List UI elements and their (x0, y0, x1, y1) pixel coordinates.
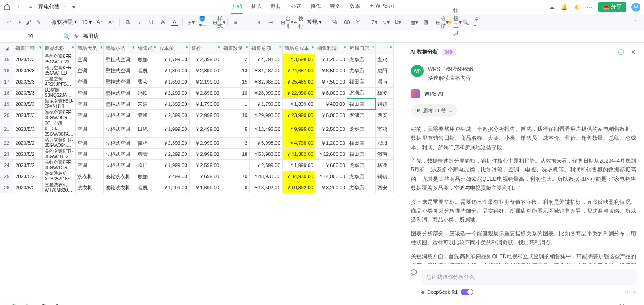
add-sheet-icon[interactable]: ＋ (73, 303, 80, 305)
cell[interactable]: ￥1,799.00 (250, 99, 283, 110)
cell-ref[interactable]: L19 (0, 30, 58, 42)
row-num[interactable]: 17 (0, 76, 13, 88)
cell[interactable]: 空调 (76, 99, 104, 110)
cell[interactable]: ￥2,399.00 (189, 54, 221, 65)
cell[interactable]: 咸阳 (375, 65, 393, 76)
cell[interactable]: ￥9,995.00 (282, 121, 315, 138)
cell[interactable]: ￥32,985.00 (250, 76, 283, 88)
cell[interactable]: 空调 (76, 160, 104, 171)
cell[interactable]: 三星洗衣机WT70M3200JP (42, 182, 76, 193)
cell[interactable]: ￥1,999.00 (282, 160, 315, 171)
paint-icon[interactable]: 🖌 (25, 19, 32, 26)
menu-tab-ai[interactable]: ✦ WPS AI (369, 0, 395, 14)
menu-tab-插入[interactable]: 插入 (250, 0, 263, 14)
border-icon[interactable]: ⊞▾ (187, 19, 195, 26)
cell[interactable]: ￥41,382.00 (282, 149, 315, 160)
cell[interactable]: ￥1,200.00 (315, 138, 347, 149)
cell[interactable]: 壁挂式空调 (104, 76, 136, 88)
cell[interactable]: ￥3,598.00 (282, 54, 315, 65)
col-header[interactable]: 售价▾ (189, 43, 221, 54)
zoom-cell-icon[interactable]: 🔍 (63, 33, 70, 40)
history-icon[interactable]: 🕘 (617, 49, 624, 56)
cell[interactable]: 空调 (76, 65, 104, 76)
menu-icon[interactable]: ≡ (27, 4, 34, 11)
cell[interactable]: 立柜式空调 (104, 138, 136, 149)
cell[interactable]: 波轮洗衣机 (104, 171, 136, 182)
cell[interactable]: 海尔空调HSU-09VNH18 (42, 99, 76, 110)
merge-button[interactable]: ⊟合并▾ (284, 19, 291, 26)
cell[interactable]: ￥1,999.00 (157, 160, 189, 171)
row-num[interactable]: 25 (0, 171, 13, 182)
cell[interactable]: 田晓 (136, 121, 157, 138)
cell[interactable]: ￥4,798.00 (282, 138, 315, 149)
settings-icon[interactable]: ◉ (631, 303, 639, 305)
cell[interactable]: 2023/5/3 (13, 54, 42, 65)
row-num[interactable]: 18 (0, 88, 13, 99)
model-toggle[interactable] (461, 289, 473, 295)
row-num[interactable]: 21 (0, 121, 13, 138)
cell[interactable]: 福田店 (347, 76, 375, 88)
cell[interactable]: ￥600.00 (315, 160, 347, 171)
currency-icon[interactable]: ¥ (354, 19, 361, 26)
cell[interactable]: 立柜式空调 (104, 110, 136, 121)
cell[interactable]: 龙华店 (347, 121, 375, 138)
col-header[interactable]: 销售利润▾ (315, 43, 347, 54)
cell[interactable]: 赖娜 (136, 54, 157, 65)
cell[interactable]: ￥2,999.00 (189, 138, 221, 149)
cell[interactable]: 空调 (76, 110, 104, 121)
doc-dropdown-icon[interactable]: ▾ (70, 4, 77, 11)
cell[interactable]: ￥1,999.00 (157, 121, 189, 138)
cell[interactable]: ￥2,599.00 (189, 160, 221, 171)
filter-icon[interactable]: ▾ (312, 45, 314, 50)
cell[interactable]: ￥2,499.00 (189, 121, 221, 138)
cell[interactable]: 2023/5/2 (13, 160, 42, 171)
cell[interactable]: ￥6,000.00 (315, 88, 347, 99)
cell[interactable]: 格力空调KFR-35GW/FLD (42, 65, 76, 76)
cell[interactable]: 孟阳 (136, 160, 157, 171)
indent-icon[interactable]: ⇥ (267, 19, 274, 26)
quick-button[interactable]: ⚡快捷工具▾ (450, 19, 458, 26)
cell[interactable]: 壁挂式空调 (104, 99, 136, 110)
cell[interactable]: 福田店 (347, 99, 375, 110)
cell[interactable]: 立柜式空调 (104, 160, 136, 171)
cell[interactable]: ￥13,592.00 (250, 182, 283, 193)
cell[interactable]: 立柜式空调 (104, 121, 136, 138)
cell[interactable]: 程凯 (136, 65, 157, 76)
cell[interactable]: ￥699.00 (189, 171, 221, 182)
menu-tab-视图[interactable]: 视图 (329, 0, 342, 14)
filter-icon[interactable]: ▾ (246, 45, 248, 50)
decimal-icon[interactable]: .00 (343, 19, 350, 26)
cell[interactable]: 龙华店 (347, 160, 375, 171)
avatar[interactable]: W (631, 3, 640, 12)
menu-tab-开始[interactable]: 开始 (231, 0, 243, 14)
filter-icon[interactable]: ▾ (279, 45, 281, 50)
row-num[interactable]: 16 (0, 65, 13, 76)
cell[interactable]: ￥2,299.00 (157, 149, 189, 160)
attach-icon[interactable]: ⟨⟩ (625, 289, 628, 295)
cell[interactable]: 曹荣 (136, 76, 157, 88)
cell[interactable]: ￥1,699.00 (189, 182, 221, 193)
cell[interactable]: 西安 (375, 110, 393, 121)
star-icon[interactable]: ☆ (63, 4, 68, 10)
cell[interactable]: ￥1,200.00 (315, 54, 347, 65)
cell[interactable]: 2023/5/3 (13, 88, 42, 99)
fontcolor-icon[interactable]: A (171, 19, 178, 26)
cell[interactable]: 空调 (76, 54, 104, 65)
cell[interactable]: ￥400.00 (315, 99, 347, 110)
filter-icon[interactable]: ▾ (344, 45, 346, 50)
row-num[interactable]: 24 (0, 160, 13, 171)
filter-icon[interactable]: ▾ (390, 45, 392, 50)
row-num[interactable]: 15 (0, 54, 13, 65)
filter-icon[interactable]: ▾ (100, 45, 102, 50)
sort-icon[interactable]: ⇅▾ (394, 19, 401, 26)
align-left-icon[interactable]: ≡ (232, 19, 239, 26)
stat-icon[interactable]: ◫ (504, 303, 511, 305)
menu-tab-效率[interactable]: 效率 (349, 0, 361, 14)
row-num[interactable]: 23 (0, 149, 13, 160)
cond-format-icon[interactable]: ▦▾ (411, 19, 418, 26)
zoom-out-icon[interactable]: － (571, 303, 578, 305)
cell[interactable]: 洗衣机 (76, 171, 104, 182)
menu-tab-公式[interactable]: 公式 (290, 0, 302, 14)
cell[interactable]: 15 (221, 76, 250, 88)
cell[interactable]: ￥31,187.00 (250, 65, 283, 76)
